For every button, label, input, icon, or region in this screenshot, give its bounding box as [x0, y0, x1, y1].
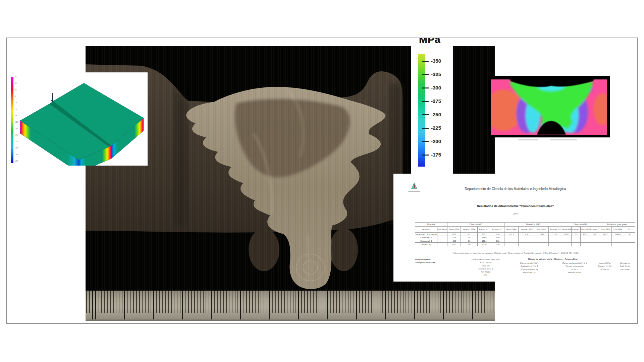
table-cell: -87.3 [599, 233, 612, 236]
datasheet: Departamento de Ciencia de los Materiale… [393, 174, 637, 282]
datasheet-department: Departamento de Ciencia de los Materiale… [393, 187, 637, 191]
table-cell: Soldadura 1-2 [415, 239, 437, 243]
table-group-row: ProbetaDirección Φ0Dirección Φ45Direcció… [415, 223, 635, 227]
table-column-header: Varianza ± [MPa] [519, 227, 535, 233]
method-header: Método de cálculo: sin²ψ – Módulos – Poi… [504, 258, 601, 260]
table-row: Soldadura 1-2-3022.1156.12.13 [415, 239, 635, 243]
table-cell [624, 239, 635, 243]
table-column-header: Tensión [MPa] [504, 227, 519, 233]
colorbar-tick-label: -350 [431, 58, 451, 64]
table-column-header: Varianza ± [MPa] [461, 227, 478, 233]
ruler [86, 291, 495, 321]
info-line: Material: acero [551, 271, 598, 274]
table-column-header: Anchura a ½ [°] [590, 227, 599, 233]
table-cell [535, 239, 549, 243]
table-cell [437, 243, 447, 246]
table-cell [549, 239, 562, 243]
fem-colorbar-label: -86 [15, 115, 17, 117]
table-column-header: Posición 2θ [°] [581, 227, 590, 233]
datasheet-title: Resultados de difractometría “Tensiones … [393, 204, 637, 208]
table-cell: -111.3 [504, 233, 519, 236]
table-cell: -286.1 [562, 233, 572, 236]
colorbar-tick-label: -275 [431, 98, 451, 104]
colorbar-tick [422, 87, 429, 88]
table-column-header: Anchura a ½ [°] [549, 227, 562, 233]
colorbar-tick [422, 101, 429, 102]
method-column-1: Rango barrido 2θ (°)Oscilación ψ (°) ± 3… [507, 262, 551, 274]
info-line: Rango barrido 2θ (°) [507, 262, 551, 265]
table-cell: -274 [447, 236, 461, 239]
table-group-header: Dirección Φ45 [504, 223, 562, 227]
info-line: Tiempo por paso (s) [551, 265, 598, 268]
method-column-2: Rango oscilación Δθ (°) ± 5Tiempo por pa… [551, 262, 598, 274]
info-line: Filtro (V) [461, 264, 511, 267]
table-cell [572, 236, 581, 239]
table-cell: 1.52 [519, 233, 535, 236]
table-column-header: Posición 2θ [°] [535, 227, 549, 233]
table-cell [590, 239, 599, 243]
table-cell: Soldadura 2 [415, 243, 437, 246]
table-cell [599, 243, 612, 246]
fem-colorbar-label: 4 [15, 95, 16, 97]
table-cell [535, 236, 549, 239]
info-line: sin²ψ máx 0.5 [507, 271, 551, 274]
fem-colorbar [11, 77, 13, 163]
info-line: Difractómetro Seifert XRD 3000 [461, 258, 511, 261]
info-line: Montaje: ω [613, 262, 637, 265]
table-cell [599, 236, 612, 239]
table-cell: 2.18 [491, 233, 504, 236]
table-cell [437, 233, 447, 236]
equipment-device-column: Difractómetro Seifert XRD 3000λ Kα Cr (n… [461, 258, 511, 277]
table-cell: 2.09 [491, 236, 504, 239]
logo-caption-line [408, 191, 420, 192]
fem-colorbar-labels: 9464344-26-56-86-116-146-176-206-236-266… [15, 76, 26, 164]
table-cell [612, 239, 624, 243]
table-cell: -372 [447, 233, 461, 236]
table-group-header: Esfuerzos principales [599, 223, 635, 227]
table-cell [535, 243, 549, 246]
table-cell: Soldadura 1 - Tras mecanizado [415, 233, 437, 236]
colorbar-title: MPa [419, 38, 441, 45]
table-cell: 156.0 [478, 243, 491, 246]
fem-plot [7, 72, 148, 166]
info-line: Pot (kW) 2 [461, 270, 511, 274]
table-cell [437, 236, 447, 239]
table-cell: 156.1 [478, 239, 491, 243]
colorbar-tick [422, 61, 429, 62]
contour-top-edge [491, 78, 607, 79]
table-cell [549, 243, 562, 246]
table-cell [590, 243, 599, 246]
info-line: hkl [461, 274, 511, 277]
table-cell [562, 236, 572, 239]
table-cell [590, 236, 599, 239]
colorbar-tick-label: -200 [431, 138, 451, 144]
table-cell: 155.9 [478, 236, 491, 239]
table-cell [519, 243, 535, 246]
info-line: Equipo utilizado [415, 258, 455, 261]
colorbar-tick-label: -250 [431, 112, 451, 117]
colorbar-tick-label: -300 [431, 85, 451, 90]
table-cell [572, 243, 581, 246]
table-cell [581, 236, 590, 239]
table-cell [519, 236, 535, 239]
table-column-header: Varianza ± [MPa] [572, 227, 581, 233]
datasheet-footnote: Valores obtenidos en superficie mecaniza… [407, 252, 625, 254]
equipment-labels: Equipo utilizadoConfiguración usada [415, 258, 455, 264]
fem-colorbar-label: 94 [15, 76, 17, 78]
table-cell: Soldadura 1-1 [415, 236, 437, 239]
fem-simulation-inset: 9464344-26-56-86-116-146-176-206-236-266… [7, 72, 148, 166]
table-column-header: σ mín [MPa] [612, 227, 624, 233]
table-cell: 2.1 [461, 239, 478, 243]
table-cell [504, 236, 519, 239]
datasheet-ref: JM/rf [393, 213, 637, 215]
table-cell [612, 243, 624, 246]
table-cell: 2.2 [461, 233, 478, 236]
table-cell [624, 236, 635, 239]
table-row: Soldadura 1 - Tras mecanizado-3722.2156.… [415, 233, 635, 236]
fem-colorbar-label: 64 [15, 82, 17, 84]
info-line: Rango oscilación Δθ (°) ± 5 [551, 262, 598, 265]
table-column-header: Anchura a ½ [°] [491, 227, 504, 233]
info-line: Nº Φ: 3 [551, 268, 598, 271]
table-cell [437, 239, 447, 243]
colorbar-tick-label: -325 [431, 71, 451, 77]
